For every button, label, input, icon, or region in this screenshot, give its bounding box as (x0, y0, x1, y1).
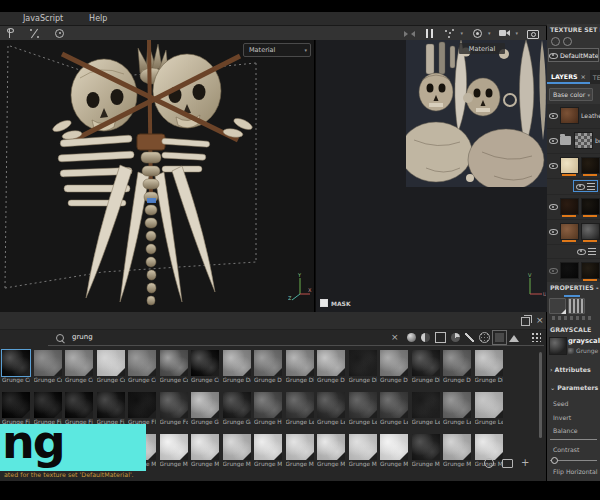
asset-thumbnail[interactable] (128, 350, 156, 376)
asset-thumbnail[interactable] (380, 434, 408, 460)
asset-thumbnail[interactable] (286, 392, 314, 418)
asset-thumbnail[interactable] (128, 392, 156, 418)
asset-item[interactable]: Grunge M... (317, 434, 345, 468)
camera-icon[interactable] (527, 28, 538, 39)
asset-thumbnail[interactable] (34, 392, 62, 418)
layer-row[interactable]: bones (547, 129, 600, 154)
asset-thumbnail[interactable] (97, 350, 125, 376)
grayscale-resource-source[interactable]: Grunge Co... (568, 347, 600, 354)
asset-item[interactable]: Grunge Co... (2, 350, 30, 384)
grid-view-icon[interactable] (531, 332, 541, 342)
asset-item[interactable]: Grunge M... (160, 434, 188, 468)
resource-usage-icon[interactable] (484, 458, 494, 468)
chevron-down-icon[interactable]: ▾ (460, 30, 463, 36)
asset-item[interactable]: Grunge M... (443, 434, 471, 468)
fill-mode-button[interactable] (549, 298, 566, 314)
asset-item[interactable]: Grunge Di... (349, 350, 377, 384)
texture-overlay-label[interactable]: Material (459, 43, 505, 54)
asset-thumbnail[interactable] (254, 350, 282, 376)
eye-icon[interactable] (576, 182, 585, 190)
asset-item[interactable]: Grunge Co... (128, 350, 156, 384)
close-icon[interactable]: × (536, 316, 544, 325)
lazy-mouse-icon[interactable] (29, 28, 40, 39)
asset-thumbnail[interactable] (317, 434, 345, 460)
layer-row[interactable] (547, 259, 600, 282)
eye-icon[interactable] (551, 37, 560, 46)
asset-item[interactable]: Grunge Le... (443, 392, 471, 426)
menu-help[interactable]: Help (76, 14, 120, 23)
asset-thumbnail[interactable] (2, 350, 30, 376)
asset-item[interactable]: Grunge M... (191, 434, 219, 468)
environments-filter-icon[interactable] (509, 330, 519, 342)
close-icon[interactable]: × (581, 73, 586, 80)
layer-thumbnail[interactable] (581, 262, 600, 279)
layer-thumbnail[interactable] (581, 157, 600, 174)
materials-filter-icon[interactable] (407, 333, 416, 342)
asset-item[interactable]: Grunge M... (286, 434, 314, 468)
material-mode-button[interactable] (568, 298, 585, 314)
textures-filter-icon[interactable] (495, 333, 504, 342)
alphas-filter-icon[interactable] (479, 332, 490, 343)
folder-icon[interactable] (560, 136, 571, 145)
asset-thumbnail[interactable] (475, 434, 503, 460)
asset-item[interactable]: Grunge Ga... (191, 392, 219, 426)
asset-thumbnail[interactable] (349, 350, 377, 376)
asset-item[interactable]: Grunge Cr... (191, 350, 219, 384)
eye-icon[interactable] (549, 203, 558, 211)
layer-row[interactable] (547, 154, 600, 179)
asset-item[interactable]: Grunge Di... (412, 350, 440, 384)
asset-item[interactable]: Grunge M... (223, 434, 251, 468)
search-input[interactable]: grung (72, 333, 93, 341)
asset-thumbnail[interactable] (349, 434, 377, 460)
asset-item[interactable]: Grunge Fo... (160, 392, 188, 426)
effects-stack-icon[interactable] (588, 248, 596, 255)
eye-icon[interactable] (549, 51, 558, 59)
asset-item[interactable]: Grunge Co... (65, 350, 93, 384)
layer-thumbnail[interactable] (560, 198, 579, 215)
balance-slider-track[interactable] (550, 439, 597, 440)
texture-set-default-material[interactable]: DefaultMaterial (548, 48, 599, 62)
symmetry-off-icon[interactable] (404, 28, 415, 39)
shading-mode-dropdown[interactable]: Material ▾ (243, 43, 311, 57)
asset-item[interactable]: Grunge H... (254, 392, 282, 426)
asset-thumbnail[interactable] (475, 350, 503, 376)
asset-thumbnail[interactable] (254, 434, 282, 460)
asset-item[interactable]: Grunge Co... (160, 350, 188, 384)
eye-icon[interactable] (549, 267, 558, 275)
eye-icon[interactable] (549, 162, 558, 170)
layer-thumbnail[interactable] (581, 198, 600, 215)
asset-thumbnail[interactable] (65, 350, 93, 376)
param-balance[interactable]: Balance (553, 427, 578, 434)
grayscale-thumbnail[interactable] (549, 337, 567, 355)
tab-layers[interactable]: LAYERS × (547, 70, 590, 84)
asset-thumbnail[interactable] (34, 350, 62, 376)
eye-icon[interactable] (577, 247, 586, 255)
attributes-section[interactable]: › Attributes (550, 366, 591, 373)
filters-filter-icon[interactable] (451, 333, 460, 342)
asset-item[interactable]: Grunge Da... (223, 350, 251, 384)
channel-tag[interactable]: MASK (320, 299, 351, 307)
open-folder-icon[interactable] (502, 459, 513, 468)
asset-item[interactable]: Grunge Co... (97, 350, 125, 384)
asset-thumbnail[interactable] (286, 434, 314, 460)
asset-thumbnail[interactable] (412, 350, 440, 376)
asset-thumbnail[interactable] (2, 392, 30, 418)
asset-thumbnail[interactable] (223, 434, 251, 460)
filter-icon[interactable] (563, 37, 572, 46)
asset-item[interactable]: Grunge Di... (443, 350, 471, 384)
layer-thumbnail[interactable] (560, 223, 579, 240)
asset-thumbnail[interactable] (317, 392, 345, 418)
asset-item[interactable]: Grunge Fi... (2, 392, 30, 426)
chevron-down-icon[interactable]: ▾ (515, 30, 518, 36)
asset-thumbnail[interactable] (65, 392, 93, 418)
smart-materials-filter-icon[interactable] (421, 333, 430, 342)
asset-item[interactable]: Grunge Ga... (223, 392, 251, 426)
asset-item[interactable]: Grunge Fluff (128, 392, 156, 426)
asset-thumbnail[interactable] (443, 434, 471, 460)
asset-item[interactable]: Grunge Di... (475, 350, 503, 384)
param-contrast[interactable]: Contrast (553, 446, 579, 453)
focus-icon[interactable] (54, 28, 65, 39)
parameters-section[interactable]: ⌄ Parameters (550, 384, 598, 391)
layer-row[interactable] (547, 195, 600, 220)
asset-item[interactable]: Grunge Le... (349, 392, 377, 426)
